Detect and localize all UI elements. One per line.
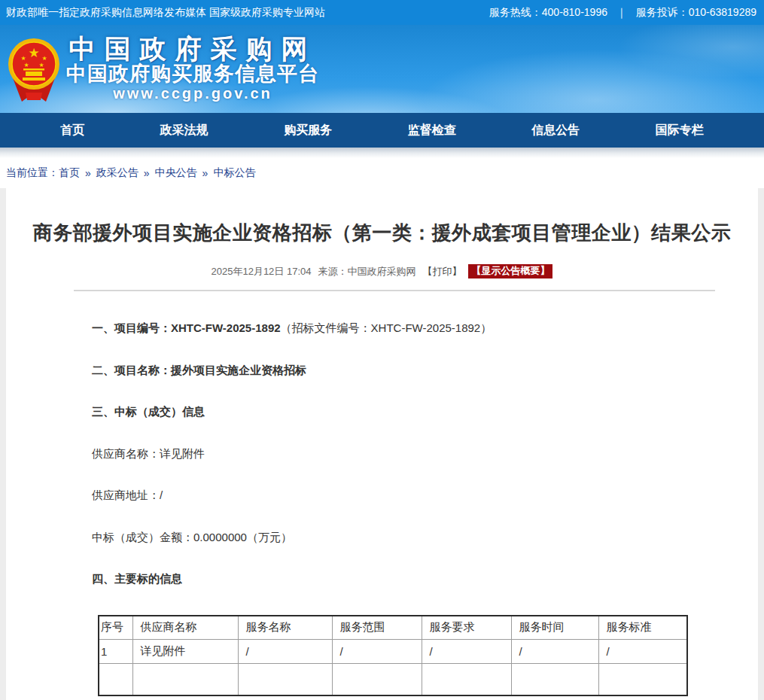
article-meta: 2025年12月12日 17:04 来源：中国政府采购网 【打印】 【显示公告概… <box>6 264 758 278</box>
article-source: 来源：中国政府采购网 <box>318 265 415 278</box>
nav-item-home[interactable]: 首页 <box>60 123 84 138</box>
breadcrumb-separator: » <box>202 167 209 179</box>
site-logo[interactable]: 中国政府采购网 中国政府购买服务信息平台 www.ccgp.gov.cn <box>66 35 319 102</box>
top-utility-bar: 财政部唯一指定政府采购信息网络发布媒体 国家级政府采购专业网站 服务热线：400… <box>0 0 764 25</box>
cell-service-time: / <box>511 640 598 664</box>
breadcrumb-central-notices[interactable]: 中央公告 <box>155 166 197 180</box>
site-header: ★ ★ ★ ★ ★ 中国政府采购网 中国政府购买服务信息平台 www.ccgp.… <box>0 25 764 113</box>
page-background: 商务部援外项目实施企业资格招标（第一类：援外成套项目管理企业）结果公示 2025… <box>0 188 764 700</box>
breadcrumb-separator: » <box>85 167 91 179</box>
site-name: 中国政府采购网 <box>69 35 317 63</box>
cell-service-standard: / <box>598 640 687 664</box>
breadcrumb-separator: » <box>144 167 150 179</box>
site-slogan: 财政部唯一指定政府采购信息网络发布媒体 国家级政府采购专业网站 <box>6 6 325 20</box>
cell-empty <box>132 664 238 695</box>
site-url: www.ccgp.gov.cn <box>113 85 272 102</box>
col-header-service-time: 服务时间 <box>511 616 598 640</box>
cell-empty <box>511 664 598 695</box>
table-header-row: 序号 供应商名称 服务名称 服务范围 服务要求 服务时间 服务标准 <box>99 616 687 640</box>
award-info-table: 序号 供应商名称 服务名称 服务范围 服务要求 服务时间 服务标准 1 详见附件… <box>98 615 688 696</box>
breadcrumb-procurement-notices[interactable]: 政采公告 <box>96 166 138 180</box>
cell-empty <box>99 664 132 695</box>
national-emblem-icon: ★ ★ ★ ★ ★ <box>8 35 60 106</box>
breadcrumb-label: 当前位置： <box>6 166 59 180</box>
nav-item-international[interactable]: 国际专栏 <box>656 123 704 138</box>
paragraph-project-name: 二、项目名称：援外项目实施企业资格招标 <box>92 364 758 377</box>
cell-service-name: / <box>238 640 332 664</box>
breadcrumb-award-notices[interactable]: 中标公告 <box>213 166 255 180</box>
nav-item-regulations[interactable]: 政采法规 <box>160 123 209 138</box>
col-header-seq: 序号 <box>99 616 132 640</box>
service-complaint: 服务投诉：010-63819289 <box>636 6 756 20</box>
svg-text:★: ★ <box>38 62 44 68</box>
show-summary-button[interactable]: 【显示公告概要】 <box>468 264 552 278</box>
svg-text:★: ★ <box>23 62 29 68</box>
col-header-service-name: 服务名称 <box>238 616 332 640</box>
col-header-supplier: 供应商名称 <box>132 616 238 640</box>
paragraph-supplier-name: 供应商名称：详见附件 <box>92 448 758 461</box>
table-row-empty <box>99 664 687 695</box>
cell-supplier: 详见附件 <box>132 640 238 664</box>
nav-item-purchase-services[interactable]: 购买服务 <box>284 123 332 138</box>
svg-text:★: ★ <box>28 46 39 60</box>
main-nav: 首页 政采法规 购买服务 监督检查 信息公告 国际专栏 <box>0 113 764 148</box>
service-phones: 服务热线：400-810-1996 ｜ 服务投诉：010-63819289 <box>489 6 756 20</box>
article-body: 一、项目编号：XHTC-FW-2025-1892（招标文件编号：XHTC-FW-… <box>6 291 758 696</box>
col-header-service-requirement: 服务要求 <box>422 616 511 640</box>
page-title: 商务部援外项目实施企业资格招标（第一类：援外成套项目管理企业）结果公示 <box>6 222 758 245</box>
paragraph-award-info-heading: 三、中标（成交）信息 <box>92 406 758 418</box>
cell-empty <box>238 664 332 695</box>
paragraph-supplier-address: 供应商地址：/ <box>92 489 758 502</box>
col-header-service-standard: 服务标准 <box>598 616 687 640</box>
paragraph-award-amount: 中标（成交）金额：0.0000000（万元） <box>92 531 758 544</box>
cell-service-requirement: / <box>422 640 511 664</box>
svg-text:★: ★ <box>41 55 47 62</box>
cell-empty <box>332 664 422 695</box>
breadcrumb-home[interactable]: 首页 <box>59 166 80 180</box>
breadcrumb: 当前位置： 首页 » 政采公告 » 中央公告 » 中标公告 <box>0 158 764 188</box>
cell-empty <box>422 664 511 695</box>
article-container: 商务部援外项目实施企业资格招标（第一类：援外成套项目管理企业）结果公示 2025… <box>6 188 758 700</box>
paragraph-project-number: 一、项目编号：XHTC-FW-2025-1892（招标文件编号：XHTC-FW-… <box>92 322 758 335</box>
col-header-service-scope: 服务范围 <box>332 616 422 640</box>
nav-item-supervision[interactable]: 监督检查 <box>408 123 456 138</box>
table-row: 1 详见附件 / / / / / <box>99 640 687 664</box>
cell-service-scope: / <box>332 640 422 664</box>
service-hotline: 服务热线：400-810-1996 <box>489 6 607 20</box>
publish-datetime: 2025年12月12日 17:04 <box>212 265 312 278</box>
svg-text:★: ★ <box>20 55 26 62</box>
cell-seq: 1 <box>99 640 132 664</box>
cell-empty <box>598 664 687 695</box>
paragraph-main-subject-heading: 四、主要标的信息 <box>92 573 758 586</box>
topbar-separator: ｜ <box>616 6 627 20</box>
nav-shadow-strip <box>0 148 764 158</box>
site-subtitle: 中国政府购买服务信息平台 <box>66 63 319 86</box>
nav-item-announcements[interactable]: 信息公告 <box>531 123 580 138</box>
print-button[interactable]: 【打印】 <box>422 265 461 278</box>
